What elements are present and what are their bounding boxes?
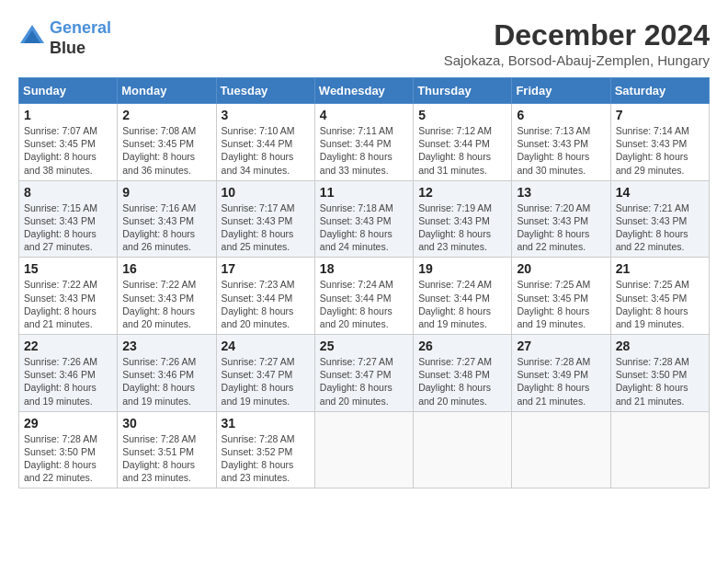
column-header-monday: Monday	[118, 78, 216, 104]
day-number: 31	[222, 416, 310, 431]
day-info: Sunrise: 7:07 AMSunset: 3:45 PMDaylight:…	[24, 124, 112, 177]
calendar-cell: 4Sunrise: 7:11 AMSunset: 3:44 PMDaylight…	[314, 104, 413, 181]
day-info: Sunrise: 7:26 AMSunset: 3:46 PMDaylight:…	[24, 355, 112, 408]
calendar-cell: 29Sunrise: 7:28 AMSunset: 3:50 PMDayligh…	[19, 411, 118, 488]
day-info: Sunrise: 7:20 AMSunset: 3:43 PMDaylight:…	[517, 201, 605, 254]
day-number: 21	[616, 261, 704, 276]
day-info: Sunrise: 7:10 AMSunset: 3:44 PMDaylight:…	[222, 124, 310, 177]
day-info: Sunrise: 7:28 AMSunset: 3:51 PMDaylight:…	[122, 432, 210, 485]
calendar-cell: 7Sunrise: 7:14 AMSunset: 3:43 PMDaylight…	[610, 104, 709, 181]
calendar-cell	[314, 411, 413, 488]
day-info: Sunrise: 7:17 AMSunset: 3:43 PMDaylight:…	[222, 201, 310, 254]
calendar-cell: 26Sunrise: 7:27 AMSunset: 3:48 PMDayligh…	[414, 335, 512, 412]
day-number: 12	[418, 185, 506, 200]
column-header-saturday: Saturday	[610, 78, 709, 104]
day-number: 27	[517, 339, 605, 353]
day-number: 19	[418, 261, 506, 276]
calendar-cell: 3Sunrise: 7:10 AMSunset: 3:44 PMDaylight…	[216, 104, 314, 181]
calendar-cell: 23Sunrise: 7:26 AMSunset: 3:46 PMDayligh…	[118, 335, 216, 412]
day-info: Sunrise: 7:25 AMSunset: 3:45 PMDaylight:…	[616, 278, 704, 330]
calendar-cell	[610, 411, 709, 488]
day-number: 30	[122, 416, 210, 431]
day-number: 22	[24, 339, 112, 353]
calendar-cell: 6Sunrise: 7:13 AMSunset: 3:43 PMDaylight…	[512, 104, 610, 181]
calendar-cell: 8Sunrise: 7:15 AMSunset: 3:43 PMDaylight…	[19, 180, 118, 258]
day-number: 13	[517, 185, 605, 200]
calendar-cell: 20Sunrise: 7:25 AMSunset: 3:45 PMDayligh…	[512, 258, 610, 335]
column-header-sunday: Sunday	[19, 78, 118, 104]
calendar-cell: 25Sunrise: 7:27 AMSunset: 3:47 PMDayligh…	[314, 335, 413, 412]
calendar-cell: 19Sunrise: 7:24 AMSunset: 3:44 PMDayligh…	[414, 258, 512, 335]
title-block: December 2024 Sajokaza, Borsod-Abauj-Zem…	[444, 18, 710, 68]
calendar-cell: 1Sunrise: 7:07 AMSunset: 3:45 PMDaylight…	[19, 104, 118, 181]
day-number: 7	[616, 108, 704, 122]
day-number: 17	[222, 261, 310, 276]
day-number: 29	[24, 416, 112, 431]
day-info: Sunrise: 7:14 AMSunset: 3:43 PMDaylight:…	[616, 124, 704, 177]
column-header-thursday: Thursday	[414, 78, 512, 104]
day-number: 25	[320, 339, 408, 353]
day-info: Sunrise: 7:28 AMSunset: 3:49 PMDaylight:…	[517, 355, 605, 408]
calendar-week-row: 29Sunrise: 7:28 AMSunset: 3:50 PMDayligh…	[19, 411, 710, 488]
calendar-cell: 16Sunrise: 7:22 AMSunset: 3:43 PMDayligh…	[118, 258, 216, 335]
day-number: 23	[122, 339, 210, 353]
day-number: 15	[24, 261, 112, 276]
day-info: Sunrise: 7:22 AMSunset: 3:43 PMDaylight:…	[122, 278, 210, 330]
location-subtitle: Sajokaza, Borsod-Abauj-Zemplen, Hungary	[444, 52, 710, 68]
day-number: 1	[24, 108, 112, 122]
day-number: 3	[222, 108, 310, 122]
day-number: 9	[122, 185, 210, 200]
day-info: Sunrise: 7:22 AMSunset: 3:43 PMDaylight:…	[24, 278, 112, 330]
column-header-tuesday: Tuesday	[216, 78, 314, 104]
day-info: Sunrise: 7:18 AMSunset: 3:43 PMDaylight:…	[320, 201, 408, 254]
day-number: 10	[222, 185, 310, 200]
day-info: Sunrise: 7:24 AMSunset: 3:44 PMDaylight:…	[320, 278, 408, 330]
calendar-cell	[512, 411, 610, 488]
calendar-week-row: 15Sunrise: 7:22 AMSunset: 3:43 PMDayligh…	[19, 258, 710, 335]
day-info: Sunrise: 7:19 AMSunset: 3:43 PMDaylight:…	[418, 201, 506, 254]
day-info: Sunrise: 7:13 AMSunset: 3:43 PMDaylight:…	[517, 124, 605, 177]
day-number: 5	[418, 108, 506, 122]
day-number: 11	[320, 185, 408, 200]
day-info: Sunrise: 7:12 AMSunset: 3:44 PMDaylight:…	[418, 124, 506, 177]
calendar-cell: 2Sunrise: 7:08 AMSunset: 3:45 PMDaylight…	[118, 104, 216, 181]
calendar-cell: 28Sunrise: 7:28 AMSunset: 3:50 PMDayligh…	[610, 335, 709, 412]
day-number: 20	[517, 261, 605, 276]
day-info: Sunrise: 7:26 AMSunset: 3:46 PMDaylight:…	[122, 355, 210, 408]
calendar-cell: 31Sunrise: 7:28 AMSunset: 3:52 PMDayligh…	[216, 411, 314, 488]
calendar-cell: 17Sunrise: 7:23 AMSunset: 3:44 PMDayligh…	[216, 258, 314, 335]
day-info: Sunrise: 7:28 AMSunset: 3:50 PMDaylight:…	[616, 355, 704, 408]
day-number: 26	[418, 339, 506, 353]
day-number: 14	[616, 185, 704, 200]
calendar-cell: 10Sunrise: 7:17 AMSunset: 3:43 PMDayligh…	[216, 180, 314, 258]
day-info: Sunrise: 7:16 AMSunset: 3:43 PMDaylight:…	[122, 201, 210, 254]
calendar-header-row: SundayMondayTuesdayWednesdayThursdayFrid…	[19, 78, 710, 104]
calendar-table: SundayMondayTuesdayWednesdayThursdayFrid…	[18, 77, 710, 488]
calendar-week-row: 8Sunrise: 7:15 AMSunset: 3:43 PMDaylight…	[19, 180, 710, 258]
calendar-cell: 9Sunrise: 7:16 AMSunset: 3:43 PMDaylight…	[118, 180, 216, 258]
calendar-cell: 27Sunrise: 7:28 AMSunset: 3:49 PMDayligh…	[512, 335, 610, 412]
logo: GeneralBlue	[18, 18, 111, 58]
calendar-cell: 22Sunrise: 7:26 AMSunset: 3:46 PMDayligh…	[19, 335, 118, 412]
calendar-cell: 13Sunrise: 7:20 AMSunset: 3:43 PMDayligh…	[512, 180, 610, 258]
day-info: Sunrise: 7:27 AMSunset: 3:47 PMDaylight:…	[320, 355, 408, 408]
month-year-title: December 2024	[444, 18, 710, 52]
day-number: 24	[222, 339, 310, 353]
day-info: Sunrise: 7:11 AMSunset: 3:44 PMDaylight:…	[320, 124, 408, 177]
logo-text: GeneralBlue	[50, 18, 111, 58]
day-number: 16	[122, 261, 210, 276]
calendar-cell: 14Sunrise: 7:21 AMSunset: 3:43 PMDayligh…	[610, 180, 709, 258]
calendar-week-row: 22Sunrise: 7:26 AMSunset: 3:46 PMDayligh…	[19, 335, 710, 412]
day-info: Sunrise: 7:24 AMSunset: 3:44 PMDaylight:…	[418, 278, 506, 330]
day-number: 2	[122, 108, 210, 122]
day-info: Sunrise: 7:27 AMSunset: 3:48 PMDaylight:…	[418, 355, 506, 408]
day-info: Sunrise: 7:21 AMSunset: 3:43 PMDaylight:…	[616, 201, 704, 254]
calendar-cell: 5Sunrise: 7:12 AMSunset: 3:44 PMDaylight…	[414, 104, 512, 181]
day-info: Sunrise: 7:15 AMSunset: 3:43 PMDaylight:…	[24, 201, 112, 254]
calendar-cell: 24Sunrise: 7:27 AMSunset: 3:47 PMDayligh…	[216, 335, 314, 412]
day-number: 6	[517, 108, 605, 122]
column-header-wednesday: Wednesday	[314, 78, 413, 104]
calendar-cell: 30Sunrise: 7:28 AMSunset: 3:51 PMDayligh…	[118, 411, 216, 488]
calendar-cell: 15Sunrise: 7:22 AMSunset: 3:43 PMDayligh…	[19, 258, 118, 335]
day-number: 28	[616, 339, 704, 353]
